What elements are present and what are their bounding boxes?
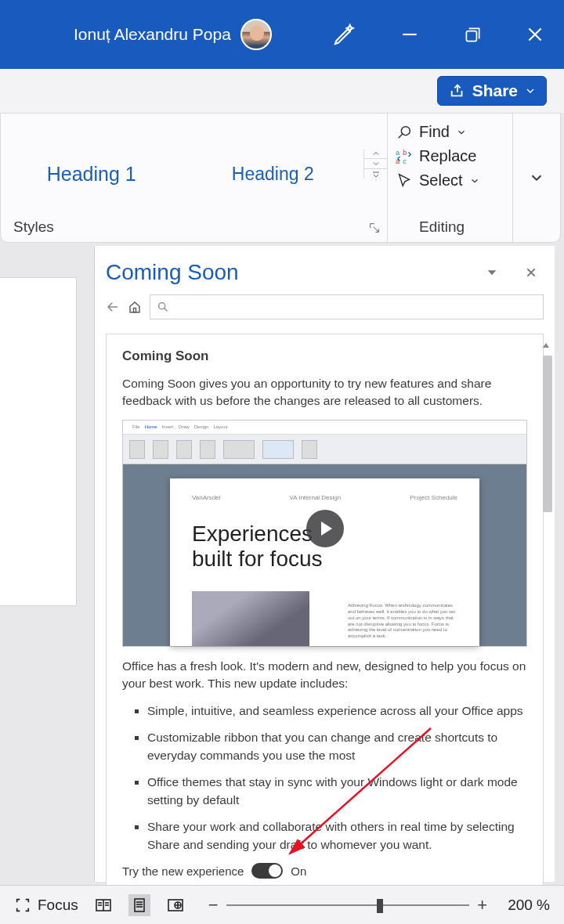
zoom-thumb[interactable]	[377, 899, 383, 913]
user-avatar[interactable]	[240, 19, 272, 50]
zoom-in-icon[interactable]: +	[477, 895, 487, 915]
search-icon	[396, 124, 413, 141]
pane-options-icon[interactable]	[486, 266, 498, 279]
coming-soon-pane: Coming Soon Coming Soon Coming Soon give…	[94, 246, 555, 882]
styles-more-icon[interactable]	[364, 169, 387, 179]
share-icon	[449, 82, 466, 99]
feature-list: Simple, intuitive, and seamless experien…	[122, 702, 527, 854]
card-intro: Coming Soon gives you an opportunity to …	[122, 375, 527, 410]
status-bar: Focus − + 200 %	[0, 885, 564, 924]
card-title: Coming Soon	[122, 348, 527, 364]
list-item: Office themes that stay in sync with you…	[147, 774, 527, 809]
zoom-slider[interactable]: − +	[208, 895, 487, 915]
list-item: Customizable ribbon that you can change …	[147, 729, 527, 764]
editing-group-label: Editing	[419, 218, 465, 236]
close-icon[interactable]	[525, 24, 545, 45]
svg-rect-27	[135, 899, 144, 911]
svg-marker-12	[488, 270, 497, 275]
list-item: Share your work and collaborate with oth…	[147, 818, 527, 854]
user-name: Ionuț Alexandru Popa	[74, 25, 231, 44]
chevron-down-icon	[469, 175, 480, 186]
document-page[interactable]	[0, 277, 77, 606]
select-button[interactable]: Select	[396, 168, 512, 193]
styles-dialog-launcher-icon[interactable]	[368, 222, 381, 234]
video-thumbnail[interactable]: FileHomeInsertDrawDesignLayout VanArsdel…	[122, 420, 527, 647]
read-mode-icon[interactable]	[92, 894, 114, 916]
restore-icon[interactable]	[462, 24, 483, 45]
svg-marker-19	[543, 343, 549, 348]
share-label: Share	[472, 81, 518, 100]
experience-toggle[interactable]	[251, 863, 283, 879]
search-icon	[157, 301, 169, 313]
pane-close-icon[interactable]	[525, 266, 537, 279]
minimize-icon[interactable]	[400, 24, 420, 45]
editing-group: Find abac Replace Select Editing	[388, 114, 513, 242]
web-layout-icon[interactable]	[164, 894, 186, 916]
svg-line-18	[164, 308, 167, 311]
zoom-out-icon[interactable]: −	[208, 895, 219, 915]
styles-group: Heading 1 Heading 2 Styles	[1, 114, 388, 242]
chevron-down-icon	[456, 127, 467, 138]
play-icon[interactable]	[306, 510, 344, 547]
ribbon: Heading 1 Heading 2 Styles Find abac Rep…	[0, 113, 561, 243]
help-card: Coming Soon Coming Soon gives you an opp…	[106, 334, 544, 892]
replace-icon: abac	[396, 148, 413, 165]
find-button[interactable]: Find	[396, 120, 512, 144]
svg-rect-1	[466, 31, 476, 42]
focus-mode-button[interactable]: Focus	[14, 897, 78, 914]
scroll-up-icon[interactable]	[364, 149, 387, 159]
share-bar: Share	[0, 69, 564, 113]
svg-text:a: a	[396, 149, 400, 157]
pane-scrollbar[interactable]	[542, 340, 553, 874]
print-layout-icon[interactable]	[128, 894, 150, 916]
title-bar: Ionuț Alexandru Popa	[0, 0, 564, 69]
chevron-down-icon	[528, 169, 545, 186]
styles-scroll[interactable]	[363, 149, 387, 179]
style-heading2[interactable]: Heading 2	[183, 143, 364, 185]
back-icon[interactable]	[106, 300, 120, 314]
toggle-state: On	[291, 864, 306, 878]
scroll-down-icon[interactable]	[364, 159, 387, 169]
svg-line-7	[399, 133, 403, 138]
zoom-level[interactable]: 200 %	[508, 897, 550, 914]
scroll-up-icon[interactable]	[542, 341, 550, 349]
scroll-thumb[interactable]	[543, 356, 552, 512]
help-search-input[interactable]	[150, 294, 544, 319]
styles-group-label: Styles	[13, 218, 54, 236]
style-heading1[interactable]: Heading 1	[1, 143, 183, 186]
replace-button[interactable]: abac Replace	[396, 144, 512, 168]
focus-icon	[14, 897, 31, 914]
home-icon[interactable]	[128, 300, 142, 314]
svg-text:b: b	[403, 149, 407, 157]
pen-sparkle-icon[interactable]	[332, 22, 357, 47]
card-desc: Office has a fresh look. It's modern and…	[122, 658, 527, 693]
pane-title: Coming Soon	[106, 260, 239, 285]
list-item: Simple, intuitive, and seamless experien…	[147, 702, 527, 720]
ribbon-collapse[interactable]	[513, 114, 560, 242]
toggle-label: Try the new experience	[122, 864, 244, 878]
cursor-icon	[396, 172, 413, 189]
svg-rect-16	[134, 309, 136, 312]
share-button[interactable]: Share	[437, 76, 547, 106]
svg-text:c: c	[403, 157, 407, 165]
chevron-down-icon	[524, 85, 537, 97]
